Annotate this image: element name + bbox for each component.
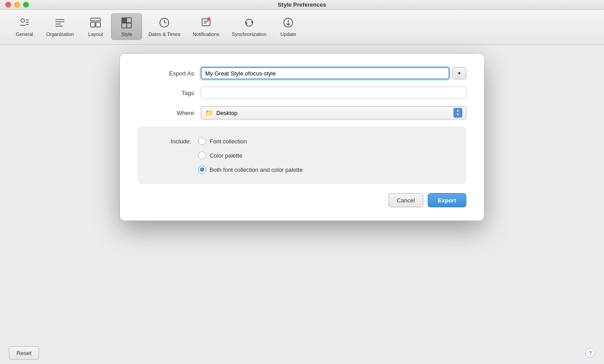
update-label: Update <box>280 32 296 37</box>
svg-point-0 <box>21 19 24 22</box>
svg-rect-11 <box>96 22 100 27</box>
svg-rect-10 <box>91 22 95 27</box>
notifications-icon <box>199 16 213 30</box>
general-icon <box>17 16 32 30</box>
include-label: Include: <box>151 137 191 145</box>
export-dialog: Export As: ▾ Tags: Where: 📁 <box>120 54 484 221</box>
bottom-bar: Reset ? <box>0 342 604 364</box>
radio-color-circle <box>198 151 206 159</box>
synchronization-label: Synchronization <box>232 32 266 37</box>
where-select[interactable]: 📁 Desktop ▲ ▼ <box>201 106 466 119</box>
svg-rect-14 <box>122 23 127 28</box>
tags-row: Tags: <box>138 87 466 99</box>
radio-color-palette[interactable]: Color palette <box>198 151 303 159</box>
folder-icon: 📁 <box>205 109 214 117</box>
tags-input[interactable] <box>201 87 466 99</box>
toolbar-item-update[interactable]: Update <box>273 14 304 40</box>
window: Style Preferences General <box>0 0 604 364</box>
radio-both-circle <box>198 166 206 174</box>
export-as-input[interactable] <box>201 67 449 79</box>
toolbar-item-dates-times[interactable]: Dates & Times <box>142 14 187 40</box>
radio-font-circle <box>198 137 206 145</box>
toolbar-item-synchronization[interactable]: Synchronization <box>226 14 273 40</box>
toolbar-item-style[interactable]: Style <box>111 13 142 40</box>
toolbar-item-organization[interactable]: Organization <box>40 14 80 40</box>
maximize-button[interactable] <box>23 2 29 8</box>
toolbar-item-notifications[interactable]: Notifications <box>187 14 226 40</box>
tags-label: Tags: <box>138 90 195 96</box>
where-chevrons-icon: ▲ ▼ <box>453 108 462 118</box>
window-title: Style Preferences <box>278 1 326 8</box>
svg-rect-15 <box>127 23 131 28</box>
style-icon <box>119 16 134 30</box>
svg-rect-12 <box>122 18 127 23</box>
svg-rect-13 <box>127 18 131 23</box>
svg-point-20 <box>207 17 211 21</box>
style-label: Style <box>121 32 132 37</box>
export-as-dropdown-button[interactable]: ▾ <box>452 67 466 79</box>
radio-font-collection[interactable]: Font collection <box>198 137 303 145</box>
export-as-label: Export As: <box>138 70 195 77</box>
radio-group: Font collection Color palette Both font … <box>198 137 303 174</box>
radio-both[interactable]: Both font collection and color palette <box>198 166 303 174</box>
dates-times-label: Dates & Times <box>148 32 180 37</box>
dialog-footer: Cancel Export <box>138 193 466 207</box>
close-button[interactable] <box>5 2 11 8</box>
chevron-down-icon: ▾ <box>458 70 461 76</box>
include-section: Include: Font collection Color palette <box>138 127 466 184</box>
organization-icon <box>53 16 67 30</box>
export-as-row: Export As: ▾ <box>138 67 466 79</box>
help-button[interactable]: ? <box>585 348 595 358</box>
where-value: Desktop <box>216 110 238 116</box>
where-row: Where: 📁 Desktop ▲ ▼ <box>138 106 466 119</box>
cancel-button[interactable]: Cancel <box>388 193 423 207</box>
radio-color-label: Color palette <box>210 152 242 159</box>
title-bar: Style Preferences <box>0 0 604 10</box>
export-as-wrapper: ▾ <box>201 67 466 79</box>
organization-label: Organization <box>46 32 74 37</box>
svg-rect-9 <box>91 18 100 21</box>
export-button[interactable]: Export <box>428 193 466 207</box>
main-content: Export As: ▾ Tags: Where: 📁 <box>0 45 604 364</box>
radio-both-label: Both font collection and color palette <box>210 166 303 173</box>
layout-icon <box>88 16 103 30</box>
traffic-lights <box>5 2 29 8</box>
where-label: Where: <box>138 110 195 116</box>
update-icon <box>281 16 295 30</box>
toolbar-item-general[interactable]: General <box>9 14 40 40</box>
minimize-button[interactable] <box>14 2 20 8</box>
toolbar: General Organization <box>0 10 604 45</box>
toolbar-item-layout[interactable]: Layout <box>80 14 111 40</box>
general-label: General <box>16 32 33 37</box>
notifications-label: Notifications <box>193 32 219 37</box>
radio-font-label: Font collection <box>210 138 247 145</box>
reset-button[interactable]: Reset <box>9 346 39 360</box>
synchronization-icon <box>242 16 256 30</box>
dates-times-icon <box>157 16 171 30</box>
layout-label: Layout <box>88 32 103 37</box>
